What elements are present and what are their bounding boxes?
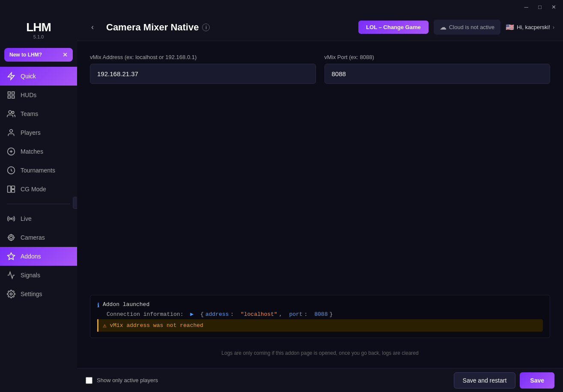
save-restart-button[interactable]: Save and restart bbox=[454, 372, 516, 389]
logo-version: 5.1.0 bbox=[33, 34, 44, 39]
sidebar-item-matches[interactable]: Matches bbox=[0, 142, 77, 161]
sidebar-item-huds[interactable]: HUDs bbox=[0, 86, 77, 104]
user-chevron-icon: › bbox=[553, 24, 554, 30]
address-input[interactable] bbox=[90, 64, 316, 84]
port-form-group: vMix Port (ex: 8088) bbox=[325, 54, 551, 84]
sidebar-item-players-label: Players bbox=[21, 129, 41, 136]
svg-point-17 bbox=[8, 235, 14, 240]
console-connection-prefix: Connection information: bbox=[107, 311, 183, 318]
svg-point-15 bbox=[10, 218, 12, 219]
svg-point-6 bbox=[9, 111, 12, 114]
change-game-button[interactable]: LOL – Change Game bbox=[358, 21, 429, 34]
port-input[interactable] bbox=[325, 64, 551, 84]
new-lhm-close-icon[interactable]: ✕ bbox=[63, 51, 68, 58]
sidebar-nav-top: Quick HUDs Teams Player bbox=[0, 65, 77, 200]
matches-icon bbox=[7, 147, 15, 156]
cg-mode-icon bbox=[7, 185, 15, 193]
players-icon bbox=[7, 128, 15, 137]
collapse-toggle[interactable]: ‹ bbox=[73, 197, 77, 209]
sidebar-item-quick[interactable]: Quick bbox=[0, 67, 77, 86]
svg-point-16 bbox=[10, 236, 13, 239]
header-actions: LOL – Change Game ☁ Cloud is not active … bbox=[358, 20, 554, 35]
logs-notice: Logs are only coming if this addon page … bbox=[90, 347, 550, 359]
quick-icon bbox=[7, 72, 15, 80]
svg-point-5 bbox=[12, 111, 14, 113]
sidebar-item-settings[interactable]: Settings bbox=[0, 285, 77, 303]
warning-line: ⚠ vMix address was not reached bbox=[97, 319, 543, 332]
sidebar-item-cameras-label: Cameras bbox=[21, 234, 45, 241]
sidebar-item-addons[interactable]: Addons bbox=[0, 247, 77, 266]
sidebar: LHM 5.1.0 New to LHM? ✕ Quick HUDs bbox=[0, 14, 77, 392]
back-button[interactable]: ‹ bbox=[86, 21, 99, 34]
console-line-1: ℹ Addon launched bbox=[97, 301, 543, 309]
console-open-brace: { bbox=[200, 311, 204, 318]
close-button[interactable]: ✕ bbox=[548, 2, 560, 12]
new-lhm-banner[interactable]: New to LHM? ✕ bbox=[4, 48, 73, 62]
sidebar-item-cg-mode-label: CG Mode bbox=[21, 186, 46, 193]
svg-rect-12 bbox=[8, 186, 11, 193]
sidebar-item-tournaments-label: Tournaments bbox=[21, 167, 55, 174]
console-key-port: port bbox=[289, 311, 302, 318]
new-lhm-label: New to LHM? bbox=[9, 52, 42, 58]
svg-rect-1 bbox=[8, 92, 11, 95]
active-players-checkbox[interactable] bbox=[86, 377, 92, 384]
app-wrapper: LHM 5.1.0 New to LHM? ✕ Quick HUDs bbox=[0, 14, 563, 392]
sidebar-item-settings-label: Settings bbox=[21, 291, 42, 297]
sidebar-nav-bottom: Live Cameras Addons Sig bbox=[0, 208, 77, 305]
info-icon[interactable]: i bbox=[202, 24, 210, 31]
cloud-status-text: Cloud is not active bbox=[449, 24, 494, 30]
svg-rect-13 bbox=[12, 186, 15, 189]
console-area: ℹ Addon launched Connection information:… bbox=[90, 295, 550, 338]
warning-icon: ⚠ bbox=[103, 322, 106, 329]
sidebar-item-quick-label: Quick bbox=[21, 73, 36, 80]
flag-icon: 🇺🇸 bbox=[506, 23, 514, 31]
huds-icon bbox=[7, 91, 15, 99]
svg-point-7 bbox=[10, 130, 13, 133]
sidebar-item-matches-label: Matches bbox=[21, 148, 43, 155]
title-bar: ─ □ ✕ bbox=[0, 0, 563, 14]
header: ‹ Camera Mixer Native i LOL – Change Gam… bbox=[77, 14, 563, 41]
sidebar-item-teams[interactable]: Teams bbox=[0, 104, 77, 123]
console-line-2: Connection information: ▶ { address : "l… bbox=[107, 311, 543, 318]
sidebar-item-signals-label: Signals bbox=[21, 272, 40, 279]
console-key-address: address bbox=[206, 311, 229, 318]
sidebar-item-signals[interactable]: Signals bbox=[0, 266, 77, 285]
svg-rect-3 bbox=[8, 96, 11, 98]
console-info-icon: ℹ bbox=[97, 302, 99, 309]
warning-text: vMix address was not reached bbox=[110, 322, 203, 329]
cameras-icon bbox=[7, 233, 15, 242]
svg-rect-14 bbox=[12, 190, 15, 193]
address-label: vMix Address (ex: localhost or 192.168.0… bbox=[90, 54, 316, 60]
logo: LHM bbox=[26, 21, 51, 33]
page-title: Camera Mixer Native i bbox=[106, 22, 352, 33]
console-arrow: ▶ bbox=[190, 311, 194, 318]
save-button[interactable]: Save bbox=[520, 372, 554, 389]
sidebar-item-cg-mode[interactable]: CG Mode bbox=[0, 180, 77, 199]
maximize-button[interactable]: □ bbox=[534, 2, 546, 12]
address-form-group: vMix Address (ex: localhost or 192.168.0… bbox=[90, 54, 316, 84]
show-active-players-toggle[interactable]: Show only active players bbox=[86, 377, 158, 384]
minimize-button[interactable]: ─ bbox=[520, 2, 532, 12]
sidebar-item-cameras[interactable]: Cameras bbox=[0, 228, 77, 247]
svg-point-22 bbox=[10, 293, 12, 295]
sidebar-item-addons-label: Addons bbox=[21, 253, 41, 260]
footer: Show only active players Save and restar… bbox=[77, 368, 563, 392]
console-value-address: "localhost" bbox=[241, 311, 277, 318]
sidebar-item-tournaments[interactable]: Tournaments bbox=[0, 161, 77, 180]
user-info[interactable]: 🇺🇸 Hi, kacperski! › bbox=[506, 23, 554, 31]
cloud-status-indicator[interactable]: ☁ Cloud is not active bbox=[434, 20, 500, 35]
log-area bbox=[90, 92, 550, 286]
console-text-1: Addon launched bbox=[103, 301, 149, 308]
live-icon bbox=[7, 214, 15, 223]
tournaments-icon bbox=[7, 166, 15, 175]
svg-marker-0 bbox=[8, 73, 15, 80]
footer-buttons: Save and restart Save bbox=[454, 372, 554, 389]
active-players-label: Show only active players bbox=[97, 377, 158, 383]
form-row: vMix Address (ex: localhost or 192.168.0… bbox=[90, 54, 550, 84]
logo-area: LHM 5.1.0 bbox=[0, 14, 77, 45]
sidebar-item-huds-label: HUDs bbox=[21, 92, 36, 98]
sidebar-item-players[interactable]: Players bbox=[0, 123, 77, 142]
teams-icon bbox=[7, 110, 15, 118]
svg-rect-4 bbox=[12, 96, 15, 98]
sidebar-item-live[interactable]: Live bbox=[0, 209, 77, 228]
